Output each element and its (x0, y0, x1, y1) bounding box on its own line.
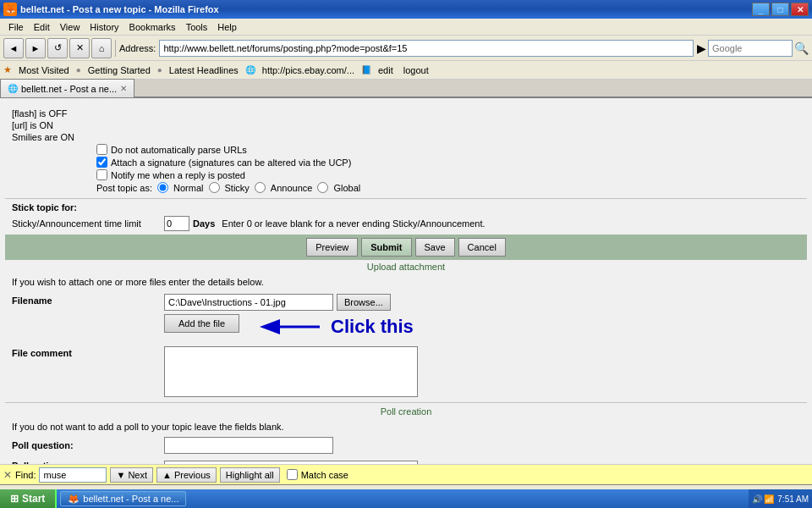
navigation-toolbar: ◄ ► ↺ ✕ ⌂ Address: ▶ 🔍 (0, 36, 812, 61)
filename-label: Filename (12, 294, 164, 306)
start-label: Start (22, 493, 45, 505)
flash-status: [flash] is OFF (12, 108, 800, 119)
add-file-area: Add the file Click this (5, 314, 807, 343)
browse-button[interactable]: Browse... (337, 294, 391, 311)
click-this-text: Click this (331, 316, 414, 338)
poll-question-input[interactable] (164, 437, 333, 454)
menu-view[interactable]: View (55, 20, 85, 34)
filename-row: Filename Browse... (5, 290, 807, 314)
address-bar: Address: ▶ (119, 40, 706, 57)
taskbar-item-label: bellett.net - Post a ne... (83, 494, 178, 504)
poll-options-row: Poll options: Place each option on a new… (5, 457, 807, 464)
match-case-label: Match case (301, 470, 348, 480)
notify-checkbox[interactable] (96, 169, 107, 180)
reload-button[interactable]: ↺ (47, 38, 68, 58)
poll-question-label: Poll question: (12, 440, 164, 450)
radio-global[interactable] (317, 182, 328, 193)
days-label: Days (193, 218, 215, 229)
add-file-button[interactable]: Add the file (164, 314, 239, 333)
arrow-icon (256, 314, 324, 340)
maximize-button[interactable]: □ (771, 3, 789, 16)
preview-button[interactable]: Preview (306, 238, 358, 257)
taskbar-item-browser[interactable]: 🦊 bellett.net - Post a ne... (60, 491, 186, 506)
tab-label: bellett.net - Post a ne... (21, 84, 117, 94)
menu-edit[interactable]: Edit (29, 20, 55, 34)
bookmark-getting-started[interactable]: Getting Started (85, 64, 154, 77)
upload-header: Upload attachment (5, 260, 807, 273)
bookmark-edit[interactable]: edit (375, 64, 397, 77)
filename-input[interactable] (164, 294, 333, 311)
action-bar: Preview Submit Save Cancel (5, 235, 807, 260)
title-bar: 🦊 bellett.net - Post a new topic - Mozil… (0, 0, 812, 19)
toolbar-separator (115, 40, 116, 57)
radio-sticky[interactable] (209, 182, 220, 193)
save-button[interactable]: Save (415, 238, 455, 257)
label-announce: Announce (271, 183, 313, 193)
days-input[interactable] (164, 216, 189, 231)
label-global: Global (333, 183, 360, 193)
window-title: bellett.net - Post a new topic - Mozilla… (20, 4, 219, 14)
find-input[interactable] (39, 467, 107, 483)
poll-question-row: Poll question: (5, 433, 807, 457)
home-button[interactable]: ⌂ (91, 38, 112, 58)
attach-sig-label: Attach a signature (signatures can be al… (111, 157, 351, 168)
menu-file[interactable]: File (3, 20, 29, 34)
taskbar-right: 🔊 📶 7:51 AM (749, 489, 812, 508)
find-highlight-button[interactable]: Highlight all (220, 467, 280, 483)
poll-section: Poll creation If you do not want to add … (5, 402, 807, 464)
browser-content: [flash] is OFF [url] is ON Smilies are O… (0, 98, 812, 464)
forward-button[interactable]: ► (25, 38, 46, 58)
search-icon[interactable]: 🔍 (794, 41, 809, 55)
address-input[interactable] (159, 40, 694, 57)
match-case-checkbox[interactable] (287, 469, 298, 480)
search-input[interactable] (708, 40, 793, 57)
notify-label: Notify me when a reply is posted (111, 170, 245, 180)
tab-bar: 🌐 bellett.net - Post a ne... ✕ (0, 80, 812, 98)
menu-help[interactable]: Help (212, 20, 242, 34)
menu-history[interactable]: History (85, 20, 123, 34)
close-button[interactable]: ✕ (791, 3, 809, 16)
browser-tab-item[interactable]: 🌐 bellett.net - Post a ne... ✕ (0, 79, 134, 97)
url-status: [url] is ON (12, 120, 800, 130)
find-label: Find: (15, 470, 36, 480)
menu-bookmarks[interactable]: Bookmarks (124, 20, 181, 34)
bookmark-most-visited[interactable]: Most Visited (15, 64, 73, 77)
attach-sig-checkbox[interactable] (96, 157, 107, 168)
auto-parse-label: Do not automatically parse URLs (111, 145, 247, 155)
stop-button[interactable]: ✕ (69, 38, 90, 58)
radio-normal[interactable] (157, 182, 168, 193)
taskbar: ⊞ Start 🦊 bellett.net - Post a ne... 🔊 📶… (0, 489, 812, 508)
tab-close-button[interactable]: ✕ (120, 84, 127, 93)
page-content: [flash] is OFF [url] is ON Smilies are O… (0, 98, 812, 464)
upload-section: Upload attachment If you wish to attach … (5, 260, 807, 402)
address-label: Address: (119, 43, 156, 53)
find-next-button[interactable]: ▼ Next (110, 467, 153, 483)
poll-options-textarea[interactable] (164, 461, 418, 464)
stick-label: Stick topic for: (12, 202, 164, 213)
go-icon[interactable]: ▶ (697, 41, 706, 55)
taskbar-item-icon: 🦊 (68, 494, 80, 505)
bookmark-latest-headlines[interactable]: Latest Headlines (166, 64, 242, 77)
taskbar-icons: 🔊 📶 (752, 494, 775, 504)
stick-section: Stick topic for: Sticky/Announcement tim… (5, 199, 807, 235)
bookmark-star: ★ (3, 64, 12, 75)
options-section: [flash] is OFF [url] is ON Smilies are O… (5, 103, 807, 198)
menu-tools[interactable]: Tools (181, 20, 213, 34)
radio-announce[interactable] (255, 182, 266, 193)
app-icon: 🦊 (3, 3, 17, 16)
back-button[interactable]: ◄ (3, 38, 24, 58)
auto-parse-checkbox[interactable] (96, 144, 107, 155)
submit-button[interactable]: Submit (361, 238, 411, 257)
post-topic-label: Post topic as: (96, 183, 152, 193)
file-comment-input[interactable] (164, 346, 418, 397)
poll-info: If you do not want to add a poll to your… (5, 420, 807, 433)
find-prev-button[interactable]: ▲ Previous (156, 467, 217, 483)
bookmark-ebay[interactable]: http://pics.ebay.com/... (259, 64, 358, 77)
cancel-button[interactable]: Cancel (458, 238, 506, 257)
find-close-button[interactable]: ✕ (3, 469, 12, 481)
minimize-button[interactable]: _ (752, 3, 770, 16)
taskbar-time: 7:51 AM (777, 494, 809, 504)
bookmark-logout[interactable]: logout (400, 64, 432, 77)
find-bar: ✕ Find: ▼ Next ▲ Previous Highlight all … (0, 464, 812, 484)
start-button[interactable]: ⊞ Start (0, 489, 57, 508)
